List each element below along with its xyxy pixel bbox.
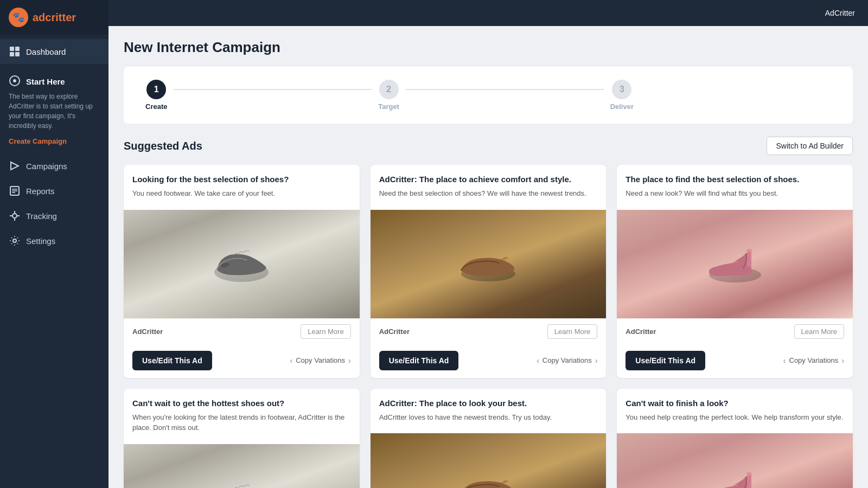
svg-rect-0 xyxy=(10,47,14,51)
ad-card-6: Can't wait to finish a look? You need he… xyxy=(617,389,853,489)
suggested-ads-header: Suggested Ads Switch to Ad Builder xyxy=(124,137,853,155)
use-edit-button[interactable]: Use/Edit This Ad xyxy=(379,351,459,370)
ad-card-title: AdCritter: The place to look your best. xyxy=(379,397,598,409)
ad-card-4: Can't wait to get the hottest shoes out?… xyxy=(124,389,360,489)
svg-point-28 xyxy=(746,472,752,476)
svg-point-22 xyxy=(746,249,752,252)
ad-brand: AdCritter xyxy=(132,328,163,336)
step-line-2 xyxy=(406,89,604,90)
start-here-icon xyxy=(9,75,21,88)
settings-icon xyxy=(9,235,21,247)
ad-card-body: AdCritter: The place to look your best. … xyxy=(371,389,607,434)
sidebar-item-reports[interactable]: Reports xyxy=(0,178,108,203)
sidebar-item-campaigns[interactable]: Campaigns xyxy=(0,153,108,178)
ad-card-2: AdCritter: The place to achieve comfort … xyxy=(371,165,607,378)
sidebar-item-tracking[interactable]: Tracking xyxy=(0,203,108,228)
ad-brand: AdCritter xyxy=(379,328,410,336)
ad-card-body: AdCritter: The place to achieve comfort … xyxy=(371,165,607,210)
ad-card-footer: AdCritter Learn More xyxy=(124,318,360,344)
ad-card-desc: Need the best selection of shoes? We wil… xyxy=(379,188,598,199)
logo[interactable]: 🐾 adcritter xyxy=(0,0,108,35)
ad-card-footer: AdCritter Learn More xyxy=(617,318,853,344)
content-area: New Internet Campaign 1 Create 2 Target … xyxy=(108,26,868,488)
logo-icon: 🐾 xyxy=(9,8,28,27)
svg-rect-21 xyxy=(747,251,751,267)
svg-marker-6 xyxy=(11,162,18,170)
copy-variations-label: Copy Variations xyxy=(296,356,345,364)
svg-rect-2 xyxy=(10,52,14,56)
use-edit-button[interactable]: Use/Edit This Ad xyxy=(626,351,705,370)
step-3[interactable]: 3 Deliver xyxy=(610,80,634,111)
ad-card-desc: You need help creating the perfect look.… xyxy=(626,412,844,423)
ad-card-5: AdCritter: The place to look your best. … xyxy=(371,389,607,489)
stepper-inner: 1 Create 2 Target 3 Deliver xyxy=(145,80,634,111)
arrow-left-icon: ‹ xyxy=(537,356,539,365)
learn-more-button[interactable]: Learn More xyxy=(301,324,350,339)
use-edit-button[interactable]: Use/Edit This Ad xyxy=(132,351,212,370)
copy-variations-button[interactable]: ‹ Copy Variations › xyxy=(783,356,844,365)
ad-card-title: Can't wait to finish a look? xyxy=(626,397,844,409)
svg-rect-27 xyxy=(747,474,751,488)
arrow-left-icon: ‹ xyxy=(783,356,786,365)
step-3-label: Deliver xyxy=(610,102,634,111)
ad-card-3: The place to find the best selection of … xyxy=(617,165,853,378)
svg-rect-1 xyxy=(15,47,20,51)
ad-card-actions: Use/Edit This Ad ‹ Copy Variations › xyxy=(371,344,607,378)
switch-to-ad-builder-button[interactable]: Switch to Ad Builder xyxy=(767,137,853,155)
learn-more-button[interactable]: Learn More xyxy=(547,324,597,339)
ad-card-image xyxy=(371,433,607,488)
ad-card-image xyxy=(617,210,853,318)
arrow-right-icon: › xyxy=(841,356,844,365)
ad-card-desc: AdCritter loves to have the newest trend… xyxy=(379,412,598,423)
ad-card-desc: You need footwear. We take care of your … xyxy=(132,188,351,199)
svg-point-11 xyxy=(12,214,17,218)
step-line-1 xyxy=(174,89,372,90)
ad-card-body: Can't wait to finish a look? You need he… xyxy=(617,389,853,434)
sidebar-item-settings[interactable]: Settings xyxy=(0,228,108,253)
sidebar-item-dashboard[interactable]: Dashboard xyxy=(0,39,108,64)
sidebar-item-label: Campaigns xyxy=(26,162,67,171)
svg-rect-3 xyxy=(15,52,20,56)
ad-card-desc: When you're looking for the latest trend… xyxy=(132,412,351,433)
ad-card-title: Looking for the best selection of shoes? xyxy=(132,174,351,185)
ad-card-body: The place to find the best selection of … xyxy=(617,165,853,210)
user-name: AdCritter xyxy=(825,9,855,17)
ad-card-actions: Use/Edit This Ad ‹ Copy Variations › xyxy=(124,344,360,378)
start-here-description: The best way to explore AdCritter is to … xyxy=(9,92,100,131)
step-3-circle: 3 xyxy=(612,80,631,99)
step-2-label: Target xyxy=(378,102,399,111)
ad-card-title: AdCritter: The place to achieve comfort … xyxy=(379,174,598,185)
ad-card-desc: Need a new look? We will find what fits … xyxy=(626,188,844,199)
ad-card-image xyxy=(371,210,607,318)
suggested-ads-title: Suggested Ads xyxy=(124,140,202,152)
step-2-circle: 2 xyxy=(379,80,399,99)
stepper: 1 Create 2 Target 3 Deliver xyxy=(124,67,853,124)
svg-point-16 xyxy=(13,239,16,242)
step-1[interactable]: 1 Create xyxy=(145,80,167,111)
learn-more-button[interactable]: Learn More xyxy=(794,324,844,339)
ad-card-1: Looking for the best selection of shoes?… xyxy=(124,165,360,378)
arrow-right-icon: › xyxy=(595,356,598,365)
ad-card-title: The place to find the best selection of … xyxy=(626,174,844,185)
sidebar-nav: Dashboard Start Here The best way to exp… xyxy=(0,35,108,488)
tracking-icon xyxy=(9,210,21,222)
sidebar-item-start-here[interactable]: Start Here xyxy=(9,69,100,92)
sidebar-item-label: Start Here xyxy=(26,77,65,86)
ad-brand: AdCritter xyxy=(626,328,656,336)
start-here-section: Start Here The best way to explore AdCri… xyxy=(0,64,108,153)
step-1-label: Create xyxy=(145,102,167,111)
ads-grid: Looking for the best selection of shoes?… xyxy=(124,165,853,488)
sidebar: 🐾 adcritter Dashboard xyxy=(0,0,108,488)
main-content: AdCritter New Internet Campaign 1 Create… xyxy=(108,0,868,488)
step-1-circle: 1 xyxy=(146,80,166,99)
reports-icon xyxy=(9,185,21,197)
topbar: AdCritter xyxy=(108,0,868,26)
ad-card-body: Looking for the best selection of shoes?… xyxy=(124,165,360,210)
ad-card-image xyxy=(124,444,360,489)
ad-card-image xyxy=(617,433,853,488)
copy-variations-button[interactable]: ‹ Copy Variations › xyxy=(290,356,351,365)
step-2[interactable]: 2 Target xyxy=(378,80,399,111)
copy-variations-button[interactable]: ‹ Copy Variations › xyxy=(537,356,597,365)
ad-card-actions: Use/Edit This Ad ‹ Copy Variations › xyxy=(617,344,853,378)
create-campaign-link[interactable]: Create Campaign xyxy=(9,137,67,145)
